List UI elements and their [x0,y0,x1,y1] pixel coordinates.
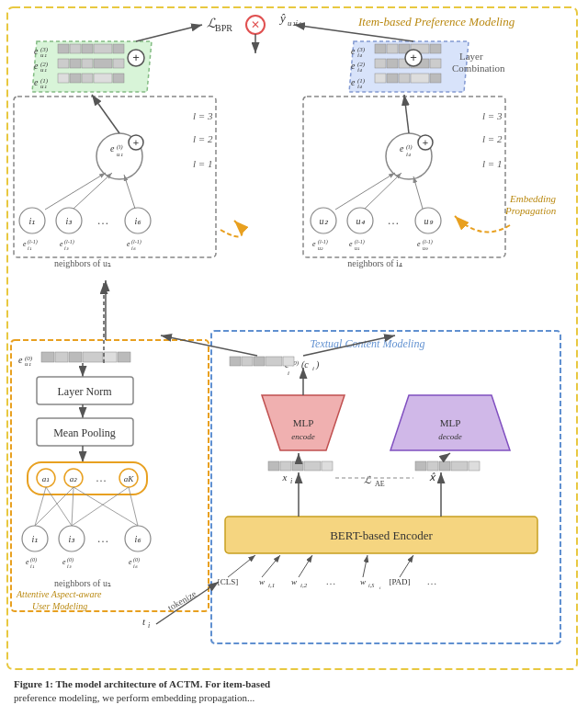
svg-rect-49 [430,59,441,68]
svg-rect-130 [41,352,54,362]
svg-rect-15 [94,44,112,53]
svg-rect-24 [113,59,124,68]
svg-text:w: w [360,577,366,586]
svg-rect-31 [94,74,112,83]
svg-text:(l-1): (l-1) [28,239,38,245]
svg-rect-194 [427,461,438,471]
x-i-label: x [282,472,288,483]
svg-text:u₉: u₉ [424,216,434,226]
svg-rect-181 [242,357,253,366]
svg-text:i,1: i,1 [268,582,275,589]
svg-rect-16 [113,44,124,53]
svg-text:(l-1): (l-1) [355,239,365,245]
svg-text:u₂: u₂ [320,216,329,226]
svg-rect-13 [70,44,81,53]
textual-content-label: Textual Content Modeling [311,337,425,350]
svg-rect-28 [58,74,69,83]
svg-text:(l): (l) [117,143,123,151]
svg-text:e: e [34,46,39,56]
svg-text:i₆: i₆ [135,534,142,544]
svg-text:(0): (0) [133,557,140,563]
svg-rect-30 [82,74,93,83]
svg-text:e: e [417,240,421,248]
svg-text:i: i [312,365,314,372]
attentive-label: Attentive Aspect-aware [16,589,102,599]
svg-text:i₆: i₆ [135,216,142,226]
svg-text:l = 2: l = 2 [482,133,503,144]
svg-rect-55 [399,74,410,83]
svg-text:…: … [326,575,336,586]
svg-rect-131 [55,352,68,362]
svg-text:e: e [34,77,39,87]
svg-text:e: e [351,46,356,56]
svg-text:e: e [351,61,356,71]
svg-text:l = 1: l = 1 [482,158,502,169]
svg-text:[PAD]: [PAD] [389,577,410,586]
svg-text:+: + [132,51,140,64]
svg-text:i: i [148,621,150,630]
svg-text:u₁: u₁ [40,66,47,74]
l-ae-label: ℒ [364,474,372,485]
svg-text:+: + [423,137,428,148]
svg-text:+: + [133,137,139,148]
svg-text:i₄: i₄ [406,151,411,158]
svg-text:i,2: i,2 [300,582,308,589]
svg-rect-195 [439,461,450,471]
svg-rect-134 [104,352,117,362]
svg-rect-57 [430,74,441,83]
svg-text:l = 3: l = 3 [482,110,503,121]
svg-text:): ) [315,359,320,370]
bert-encoder-label: BERT-based Encoder [330,528,433,542]
svg-text:(l-1): (l-1) [318,239,328,245]
svg-text:(0): (0) [30,557,37,563]
item-preference-label: Item-based Preference Modeling [357,15,515,28]
svg-text:i₁: i₁ [29,216,36,226]
svg-rect-53 [375,74,386,83]
svg-text:i,S: i,S [368,583,374,588]
diagram-container: Item-based Preference Modeling ℒ BPR ✕ ŷ… [0,0,588,716]
svg-text:u₄: u₄ [356,216,366,226]
svg-text:i₁: i₁ [32,534,39,544]
svg-rect-20 [58,59,69,68]
svg-text:(l): (l) [406,143,413,151]
svg-text:u₁: u₁ [25,360,31,368]
svg-rect-183 [266,357,282,366]
svg-text:…: … [97,213,109,227]
svg-text:i₃: i₃ [69,534,76,544]
svg-text:…: … [96,472,107,484]
svg-text:i: i [288,369,289,377]
svg-text:e: e [26,558,29,566]
svg-rect-21 [70,59,81,68]
svg-text:(l-1): (l-1) [423,239,433,245]
svg-text:(0): (0) [67,557,74,563]
svg-rect-54 [387,74,398,83]
svg-rect-132 [69,352,82,362]
svg-text:(l-1): (l-1) [131,239,141,245]
svg-text:a₂: a₂ [70,474,78,483]
svg-text:i: i [290,477,292,485]
svg-text:a₁: a₁ [42,474,51,483]
svg-rect-135 [118,352,130,362]
svg-rect-23 [94,59,112,68]
svg-text:e: e [127,240,130,248]
svg-text:neighbors of u₁: neighbors of u₁ [54,578,111,588]
svg-text:e: e [60,240,63,248]
layer-norm-text: Layer Norm [58,385,113,398]
svg-rect-190 [304,461,321,471]
svg-text:e: e [34,61,39,71]
svg-text:neighbors of i₄: neighbors of i₄ [347,258,402,268]
svg-rect-180 [230,357,241,366]
svg-rect-37 [375,44,386,53]
svg-text:e: e [349,240,353,248]
loss-symbol: ✕ [251,18,260,31]
svg-rect-188 [280,461,291,471]
svg-text:l = 3: l = 3 [193,110,213,121]
svg-text:e: e [110,143,115,153]
svg-rect-56 [411,74,429,83]
x-hat-i-label: x̂ [429,472,436,483]
svg-text:w: w [291,577,297,586]
svg-text:i₄: i₄ [357,51,362,59]
embedding-propagation-label2: Propagation [504,205,557,216]
svg-text:[CLS]: [CLS] [218,577,239,586]
attentive-label2: User Modeling [32,601,87,611]
